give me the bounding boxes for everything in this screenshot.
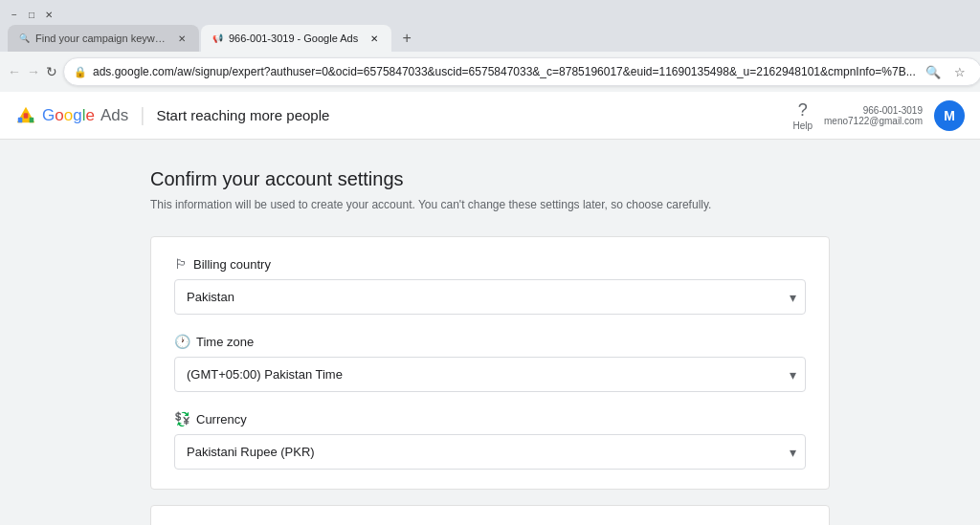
browser-chrome: − □ ✕ 🔍 Find your campaign keywords ✕ 📢 … [0,0,980,92]
maximize-button[interactable]: □ [25,8,38,21]
address-actions: 🔍 ☆ [922,60,971,83]
address-bar[interactable]: 🔒 ads.google.com/aw/signup/expert?authus… [63,57,980,86]
timezone-select[interactable]: (GMT+05:00) Pakistan Time (GMT+00:00) UT… [174,357,806,392]
timezone-group: 🕐 Time zone (GMT+05:00) Pakistan Time (G… [174,334,806,392]
tab-favicon-2: 📢 [211,32,224,45]
tab-find-keywords[interactable]: 🔍 Find your campaign keywords ✕ [8,25,199,52]
billing-country-label: 🏳 Billing country [174,256,806,272]
timezone-icon: 🕐 [174,334,190,349]
page-subtitle: This information will be used to create … [150,196,830,213]
bookmark-icon[interactable]: ☆ [948,60,971,83]
search-icon[interactable]: 🔍 [922,60,945,83]
page-title: Confirm your account settings [150,168,830,190]
currency-label: 💱 Currency [174,411,806,427]
new-tab-button[interactable]: + [393,25,420,52]
svg-rect-2 [18,117,23,122]
tab-favicon-1: 🔍 [17,32,31,45]
help-icon: ? [798,100,808,120]
account-id: 966-001-3019 [863,105,923,116]
tabs-row: 🔍 Find your campaign keywords ✕ 📢 966-00… [8,25,972,52]
options-card: Want personalized campaign guidance from… [150,505,830,525]
google-ads-logo: Google Ads [15,105,128,126]
google-logo-text: Google [42,106,95,125]
help-label: Help [792,120,813,131]
lock-icon: 🔒 [74,66,87,78]
timezone-label-text: Time zone [196,335,254,349]
currency-group: 💱 Currency Pakistani Rupee (PKR) US Doll… [174,411,806,470]
google-ads-icon [15,105,36,126]
timezone-label: 🕐 Time zone [174,334,806,349]
account-email: meno7122@gmail.com [824,116,923,126]
close-button[interactable]: ✕ [42,8,56,21]
app-header: Google Ads | Start reaching more people … [0,92,980,140]
currency-label-text: Currency [196,412,247,427]
back-button[interactable]: ← [8,59,21,84]
minimize-button[interactable]: − [8,8,21,21]
billing-country-group: 🏳 Billing country Pakistan India United … [174,256,806,315]
billing-country-icon: 🏳 [174,256,188,272]
window-controls: − □ ✕ [8,8,56,21]
forward-button[interactable]: → [27,59,40,84]
billing-country-wrapper: Pakistan India United States United King… [174,279,806,315]
header-divider: | [140,104,145,126]
page-content: Confirm your account settings This infor… [131,140,849,525]
billing-country-label-text: Billing country [193,257,271,272]
tab-title-1: Find your campaign keywords [35,33,166,44]
tab-title-2: 966-001-3019 - Google Ads [229,33,358,44]
billing-country-select[interactable]: Pakistan India United States United King… [174,279,806,315]
tab-close-1[interactable]: ✕ [174,31,189,46]
form-card: 🏳 Billing country Pakistan India United … [150,236,830,490]
currency-icon: 💱 [174,411,190,427]
account-info: 966-001-3019 meno7122@gmail.com [824,105,923,126]
timezone-wrapper: (GMT+05:00) Pakistan Time (GMT+00:00) UT… [174,357,806,392]
address-url: ads.google.com/aw/signup/expert?authuser… [93,65,916,78]
account-avatar[interactable]: M [934,100,965,131]
header-tagline: Start reaching more people [156,107,329,123]
tab-close-2[interactable]: ✕ [367,31,382,46]
currency-select[interactable]: Pakistani Rupee (PKR) US Dollar (USD) Eu… [174,434,806,470]
help-section[interactable]: ? Help [792,100,813,131]
refresh-button[interactable]: ↻ [46,59,57,84]
address-bar-row: ← → ↻ 🔒 ads.google.com/aw/signup/expert?… [0,52,980,92]
ads-text: Ads [100,106,128,125]
header-right: ? Help 966-001-3019 meno7122@gmail.com M [792,100,965,131]
svg-rect-3 [30,117,34,122]
currency-wrapper: Pakistani Rupee (PKR) US Dollar (USD) Eu… [174,434,806,470]
svg-rect-4 [24,113,29,119]
tab-google-ads[interactable]: 📢 966-001-3019 - Google Ads ✕ [201,25,391,52]
